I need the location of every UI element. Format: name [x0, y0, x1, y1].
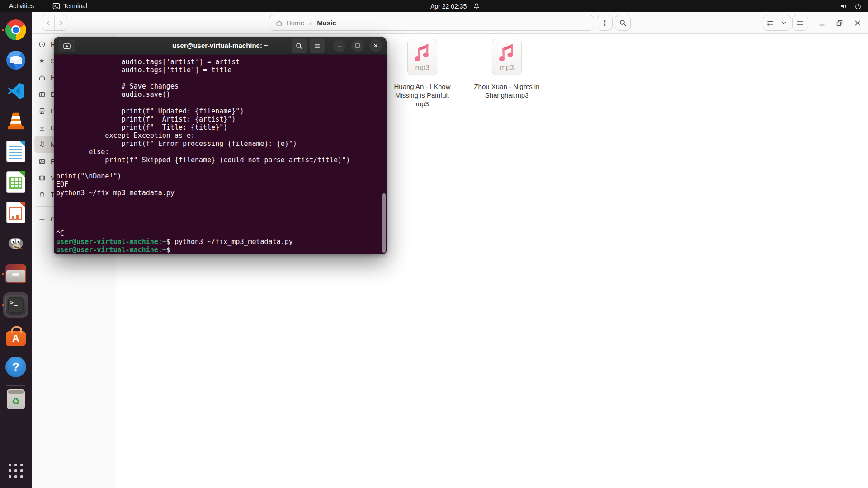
libreoffice-impress-icon: [6, 202, 25, 223]
mp3-badge: mp3: [408, 64, 437, 72]
volume-icon: [840, 3, 848, 10]
help-icon: ?: [5, 357, 26, 377]
location-options-button[interactable]: [597, 15, 613, 31]
clock-menu[interactable]: Apr 22 02:35: [430, 0, 480, 12]
gimp-icon: [6, 232, 26, 252]
terminal-maximize-button[interactable]: [351, 39, 364, 52]
close-icon: [853, 19, 862, 28]
forward-button[interactable]: [54, 15, 67, 30]
file-name: Zhou Xuan - Nights in Shanghai.mp3: [468, 82, 546, 99]
prompt-user-host: user@user-virtual-machine: [56, 238, 158, 246]
dock-item-app-grid[interactable]: [5, 460, 26, 481]
tab-new-icon: [62, 42, 71, 50]
list-view-button[interactable]: [763, 15, 777, 30]
terminal-close-button[interactable]: [369, 39, 382, 52]
terminal-output: audio.tags['artist'] = artist audio.tags…: [54, 55, 387, 238]
running-indicator-files: [2, 273, 4, 275]
prompt-path: ~: [162, 238, 166, 246]
back-button[interactable]: [42, 15, 54, 30]
trash-icon: [38, 191, 46, 198]
view-toggle-group: [763, 15, 791, 31]
window-close-button[interactable]: [852, 17, 863, 29]
terminal-prompt-line: user@user-virtual-machine:~$: [54, 246, 387, 254]
dock-item-trash[interactable]: ♻: [5, 389, 26, 410]
terminal-scrollbar-thumb[interactable]: [382, 193, 386, 253]
notification-bell-icon: [473, 3, 480, 10]
breadcrumb-home[interactable]: Home: [286, 19, 304, 27]
dock-item-files[interactable]: [5, 263, 26, 284]
running-indicator-chrome: [2, 29, 4, 31]
terminal-window: user@user-virtual-machine: ~ audio.tags[…: [54, 37, 387, 254]
terminal-search-button[interactable]: [292, 38, 307, 53]
breadcrumb: Home / Music: [269, 15, 594, 31]
terminal-screen[interactable]: audio.tags['artist'] = artist audio.tags…: [54, 55, 387, 254]
music-note-icon: ♫: [38, 141, 46, 148]
terminal-titlebar[interactable]: user@user-virtual-machine: ~: [54, 37, 387, 55]
dock-item-vscode[interactable]: [5, 80, 26, 101]
chevron-down-icon: [781, 20, 787, 26]
search-icon: [295, 42, 303, 50]
files-headerbar: Home / Music: [32, 12, 868, 34]
music-note-icon: [413, 42, 432, 64]
window-minimize-button[interactable]: [816, 17, 828, 29]
dock-item-chrome[interactable]: [5, 19, 26, 40]
dock-item-terminal[interactable]: >_: [5, 295, 26, 315]
top-bar: Activities Terminal Apr 22 02:35: [0, 0, 868, 12]
dock-item-libreoffice-writer[interactable]: [5, 141, 26, 162]
clock-label: Apr 22 02:35: [430, 3, 467, 10]
prompt-path: ~: [162, 246, 166, 254]
nav-buttons: [42, 15, 67, 31]
list-view-icon: [766, 19, 774, 27]
search-button[interactable]: [615, 15, 631, 31]
chrome-icon: [5, 19, 26, 40]
music-note-icon: [497, 42, 516, 64]
film-icon: [38, 174, 46, 182]
app-grid-icon: [9, 464, 23, 478]
dock: >_ A ? ♻: [0, 12, 32, 488]
dock-item-ubuntu-software[interactable]: A: [5, 325, 26, 346]
dock-item-vlc[interactable]: [5, 111, 26, 131]
activities-button[interactable]: Activities: [6, 0, 37, 12]
file-item-mp3-1[interactable]: mp3 Huang An - I Know Missing is Painful…: [383, 39, 461, 108]
minimize-icon: [817, 19, 826, 28]
window-restore-button[interactable]: [834, 17, 845, 29]
home-icon: [38, 74, 46, 81]
hamburger-menu-icon: [313, 42, 321, 50]
mp3-file-icon: mp3: [492, 39, 522, 75]
terminal-prompt-line: user@user-virtual-machine:~$ python3 ~/f…: [54, 238, 387, 246]
file-item-mp3-2[interactable]: mp3 Zhou Xuan - Nights in Shanghai.mp3: [468, 39, 546, 99]
terminal-icon: >_: [5, 295, 26, 315]
prompt-colon: :: [158, 238, 162, 246]
new-tab-button[interactable]: [59, 40, 75, 52]
dock-item-gimp[interactable]: [5, 232, 26, 253]
ubuntu-software-icon: A: [6, 331, 26, 346]
mp3-file-icon: mp3: [407, 39, 437, 75]
terminal-menu-button[interactable]: [310, 38, 325, 53]
clock-icon: [38, 41, 46, 48]
vscode-icon: [6, 81, 26, 101]
chevron-right-icon: [57, 19, 65, 27]
desktop-icon: [38, 91, 46, 98]
system-status-area[interactable]: [840, 0, 862, 12]
app-menu-label: Terminal: [63, 0, 87, 12]
mp3-badge: mp3: [492, 64, 521, 72]
document-icon: [38, 108, 46, 115]
dock-item-libreoffice-calc[interactable]: [5, 172, 26, 192]
breadcrumb-current[interactable]: Music: [317, 19, 336, 27]
running-indicator-terminal: [2, 304, 4, 306]
plus-icon: [38, 216, 46, 223]
power-icon: [854, 3, 862, 10]
prompt-command: python3 ~/fix_mp3_metadata.py: [170, 238, 293, 246]
thunderbird-icon: [5, 50, 26, 70]
image-icon: [38, 158, 46, 165]
dock-divider: [6, 385, 25, 386]
app-menu-button[interactable]: Terminal: [51, 0, 89, 12]
main-menu-button[interactable]: [792, 15, 808, 31]
dock-item-help[interactable]: ?: [5, 357, 26, 377]
view-options-button[interactable]: [777, 15, 791, 30]
dock-item-thunderbird[interactable]: [5, 50, 26, 70]
files-icon: [5, 264, 26, 283]
trash-icon: ♻: [7, 389, 25, 409]
terminal-minimize-button[interactable]: [333, 39, 346, 52]
dock-item-libreoffice-impress[interactable]: [5, 202, 26, 223]
